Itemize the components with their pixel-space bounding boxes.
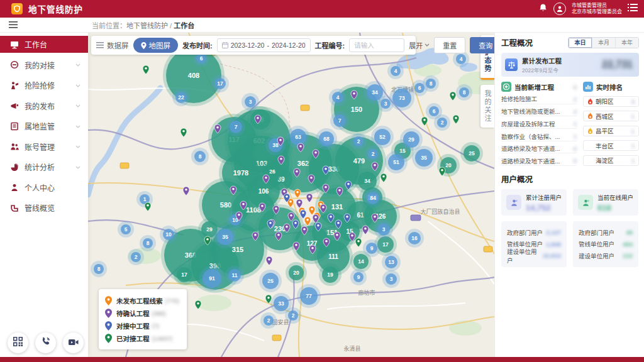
sidebar-collapse-icon[interactable]	[9, 19, 18, 31]
sidebar-item-9[interactable]: 管线概览	[0, 198, 88, 219]
svg-text:3: 3	[382, 226, 386, 233]
reset-button[interactable]: 重置	[434, 37, 465, 53]
notification-bell-icon[interactable]	[538, 3, 548, 15]
map-cluster-blue[interactable]: 2	[434, 114, 450, 131]
map-cluster-blue[interactable]: 3	[242, 93, 259, 111]
phone-button[interactable]	[35, 332, 56, 353]
map-cluster-blue[interactable]: 9	[363, 239, 380, 257]
map-cluster-blue[interactable]: 35	[412, 146, 436, 170]
map-cluster-blue[interactable]: 7	[330, 111, 349, 130]
project-no-input[interactable]	[354, 41, 401, 49]
map-cluster-blue[interactable]: 2	[260, 312, 277, 329]
sidebar-item-4[interactable]: 我的发布	[0, 96, 88, 116]
map-cluster-blue[interactable]: 84	[364, 189, 382, 207]
new-project-row[interactable]: 道路桥梁及地下通道...0	[501, 156, 577, 167]
map-side-tab-2[interactable]: 我的关注	[480, 85, 494, 128]
map-cluster-blue[interactable]: 8	[423, 75, 439, 92]
map-cluster-blue[interactable]: 51	[385, 151, 408, 173]
sidebar-item-8[interactable]: 个人中心	[0, 177, 88, 198]
map-cluster-blue[interactable]: 3	[377, 96, 394, 112]
map-cluster-blue[interactable]: 8	[191, 148, 209, 165]
period-tab-1[interactable]: 本日	[569, 38, 592, 48]
sidebar-item-2[interactable]: 我的对接	[0, 55, 88, 75]
video-call-button[interactable]	[63, 332, 84, 353]
svg-text:77: 77	[306, 293, 312, 299]
map-cluster-blue[interactable]: 8	[456, 84, 472, 101]
map-cluster-blue[interactable]: 2	[285, 307, 301, 324]
period-tab-2[interactable]: 本月	[592, 38, 615, 48]
map-cluster-green[interactable]: 20	[286, 262, 307, 283]
map-cluster-blue[interactable]: 4	[329, 89, 347, 106]
ranking-row[interactable]: 西城区1	[583, 111, 639, 121]
expand-filters-link[interactable]: 展开	[409, 40, 430, 50]
legend-item[interactable]: 待确认工程(386)	[105, 307, 180, 319]
ranking-row[interactable]: 丰台区1	[583, 140, 639, 151]
legend-item[interactable]: 对接中工程(7)	[105, 319, 180, 332]
map-cluster-blue[interactable]: 2	[128, 249, 144, 265]
flame-icon	[587, 128, 593, 134]
ranking-row[interactable]: 海淀区1	[583, 155, 639, 166]
svg-text:17: 17	[181, 272, 187, 278]
map-cluster-blue[interactable]: 17	[211, 75, 229, 92]
map-canvas[interactable]: 廊坊市固安县永清县涿州市大厂回族自治县北石槽镇40811718602103362…	[88, 33, 494, 357]
svg-text:4: 4	[336, 94, 340, 101]
data-screen-button[interactable]: 数据屏	[96, 40, 129, 50]
map-cluster-blue[interactable]: 3	[382, 270, 400, 288]
user-avatar[interactable]	[553, 3, 566, 15]
map-cluster-blue[interactable]: 10	[160, 226, 177, 243]
date-range-input[interactable]: 2023-12-20 - 2024-12-20	[217, 38, 311, 52]
new-project-row[interactable]: 道路桥梁及地下通道...0	[501, 144, 577, 154]
map-cluster-blue[interactable]: 35	[214, 226, 236, 248]
map-cluster-blue[interactable]: 7	[226, 118, 245, 136]
users-icon	[578, 195, 593, 210]
map-cluster-blue[interactable]: 4	[387, 63, 404, 79]
svg-text:17: 17	[217, 80, 223, 87]
ranking-row[interactable]: 朝阳区3	[583, 96, 639, 107]
map-cluster-green[interactable]: 19	[319, 263, 341, 286]
chevron-down-icon	[75, 60, 80, 69]
map-cluster-blue[interactable]: 68	[316, 128, 337, 150]
sidebar-item-6[interactable]: 账号管理	[0, 136, 88, 157]
map-cluster-blue[interactable]: 16	[405, 229, 424, 248]
map-cluster-blue[interactable]: 52	[371, 126, 394, 148]
map-cluster-green[interactable]: 17	[174, 264, 195, 285]
breadcrumb-section[interactable]: 地下管线防护	[126, 22, 168, 30]
sidebar-item-1[interactable]: 工作台	[0, 36, 88, 53]
float-buttons	[8, 332, 84, 353]
map-cluster-blue[interactable]: 25	[259, 270, 282, 292]
search-button[interactable]: 查询	[470, 37, 494, 53]
ranking-row[interactable]: 昌平区1	[583, 126, 639, 136]
map-cluster-blue[interactable]: 2	[365, 146, 381, 162]
map-cluster-blue[interactable]: 8	[140, 235, 156, 251]
svg-text:9: 9	[370, 245, 374, 251]
legend-item[interactable]: 已对接工程(14837)	[105, 332, 180, 344]
qr-code-button[interactable]	[8, 332, 28, 353]
map-cluster-blue[interactable]: 77	[297, 284, 321, 308]
map-cluster-blue[interactable]: 13	[382, 253, 401, 272]
app-title: 地下管线防护	[28, 3, 83, 15]
sidebar-item-5[interactable]: 属地监管	[0, 116, 88, 137]
user-breakdown-list-1: 政府部门用户2,147管线单位用户1,848建设单位用户10,910	[501, 221, 567, 267]
map-screen-button[interactable]: 地图屏	[133, 38, 179, 53]
sidebar-item-7[interactable]: 统计分析	[0, 157, 88, 178]
map-cluster-blue[interactable]: 11	[225, 266, 244, 285]
header-menu-icon[interactable]	[628, 3, 638, 14]
map-cluster-blue[interactable]: 2	[350, 133, 367, 150]
new-project-row[interactable]: 抢修抢险施工2	[501, 94, 577, 104]
period-tab-3[interactable]: 本年	[615, 38, 638, 48]
map-cluster-blue[interactable]: 22	[172, 89, 190, 106]
user-icon	[10, 183, 19, 192]
chevron-down-icon	[75, 81, 80, 90]
map-cluster-green[interactable]: 25	[460, 142, 483, 165]
total-published-value: 22,731	[602, 59, 633, 70]
new-project-row[interactable]: 勘察作业（含钻探、...1	[501, 131, 577, 141]
map-cluster-blue[interactable]: 91	[199, 266, 225, 291]
legend-item[interactable]: 未发布工程线索(770)	[105, 294, 180, 307]
new-project-row[interactable]: 房屋建设及拆除工程1	[501, 119, 577, 129]
map-cluster-blue[interactable]: 5	[118, 221, 134, 238]
new-project-row[interactable]: 地下管线消隐或更新...4	[501, 107, 577, 117]
map-cluster-blue[interactable]: 8	[91, 261, 107, 277]
map-cluster-blue[interactable]: 3	[374, 220, 393, 239]
sidebar-item-3[interactable]: 抢险抢修	[0, 75, 88, 96]
map-cluster-blue[interactable]: 9	[350, 269, 367, 285]
